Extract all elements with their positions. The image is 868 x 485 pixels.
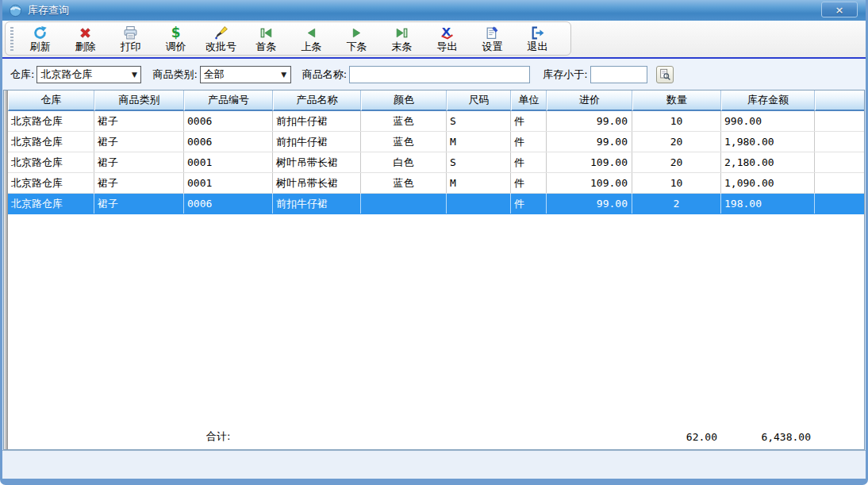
query-button[interactable] [656,66,674,83]
dollar-icon: $ [168,25,183,40]
print-button[interactable]: 打印 [108,23,153,55]
cell-category: 裙子 [94,194,184,214]
toolbar-label: 导出 [437,40,458,52]
table-row[interactable]: 北京路仓库 裙子 0006 前扣牛仔裙 件 99.00 2 198.00 [8,194,864,214]
inventory-table: 仓库 商品类别 产品编号 产品名称 颜色 尺码 单位 进价 数量 库存金额 北京… [3,90,865,450]
cell-unit: 件 [511,194,547,214]
exit-button[interactable]: 退出 [515,23,560,55]
table-row[interactable]: 北京路仓库 裙子 0006 前扣牛仔裙 蓝色 M 件 99.00 20 1,98… [8,132,864,152]
cell-product-name: 前扣牛仔裙 [273,111,361,131]
refresh-button[interactable]: 刷新 [17,23,63,55]
cell-quantity: 2 [632,194,721,214]
cell-amount: 1,090.00 [721,173,815,193]
totals-row: 合计: 62.00 6,438.00 [8,425,864,448]
product-name-label: 商品名称: [302,67,347,82]
cell-filler [815,152,864,172]
col-header-color[interactable]: 颜色 [361,90,447,111]
col-header-price[interactable]: 进价 [547,90,632,111]
product-name-input[interactable] [349,66,530,83]
cell-warehouse: 北京路仓库 [8,173,94,193]
first-record-button[interactable]: 首条 [244,23,289,55]
cell-amount: 2,180.00 [721,152,815,172]
toolbar: 刷新 删除 打印 $ [2,21,866,57]
printer-icon [123,25,138,40]
toolbar-label: 改批号 [205,40,236,52]
col-header-product-no[interactable]: 产品编号 [184,90,273,111]
brush-icon [213,25,229,40]
excel-export-icon: X [440,25,455,40]
cell-quantity: 20 [632,132,721,152]
delete-button[interactable]: 删除 [63,23,108,55]
stock-less-than-input[interactable] [590,66,647,83]
inventory-query-window: 库存查询 × 刷新 删除 [0,0,868,485]
globe-app-icon [9,4,22,17]
cell-product-name: 树叶吊带长裙 [273,152,361,172]
cell-price: 109.00 [547,173,632,193]
warehouse-label: 仓库: [10,67,34,82]
cell-filler [815,194,864,214]
cell-product-no: 0001 [184,173,273,193]
close-button[interactable]: × [821,2,858,17]
cell-warehouse: 北京路仓库 [8,152,94,172]
cell-amount: 990.00 [721,111,815,131]
category-combo[interactable]: 全部 ▼ [200,66,291,83]
delete-icon [78,25,93,40]
window-title: 库存查询 [28,3,69,17]
prev-record-button[interactable]: 上条 [289,23,334,55]
cell-filler [815,132,864,152]
stock-less-than-label: 库存小于: [543,67,587,82]
warehouse-combo[interactable]: 北京路仓库 ▼ [36,66,141,83]
toolbar-label: 下条 [347,40,367,52]
cell-product-no: 0006 [184,111,273,131]
adjust-price-button[interactable]: $ 调价 [153,23,198,55]
cell-amount: 1,980.00 [721,132,815,152]
cell-product-name: 前扣牛仔裙 [273,194,361,214]
export-button[interactable]: X 导出 [424,23,470,55]
cell-warehouse: 北京路仓库 [8,194,94,214]
last-record-button[interactable]: 末条 [379,23,424,55]
table-header-row: 仓库 商品类别 产品编号 产品名称 颜色 尺码 单位 进价 数量 库存金额 [8,90,864,111]
toolbar-grip-handle[interactable] [10,27,13,51]
settings-button[interactable]: 设置 [470,23,515,55]
cell-color: 蓝色 [361,111,447,131]
chevron-down-icon: ▼ [278,71,290,79]
warehouse-combo-value: 北京路仓库 [37,67,128,82]
col-header-category[interactable]: 商品类别 [94,90,184,111]
table-row[interactable]: 北京路仓库 裙子 0001 树叶吊带长裙 白色 S 件 109.00 20 2,… [8,152,864,173]
title-bar: 库存查询 × [2,0,866,21]
col-header-quantity[interactable]: 数量 [632,90,721,111]
cell-warehouse: 北京路仓库 [8,111,94,131]
chevron-down-icon: ▼ [128,71,140,79]
table-row[interactable]: 北京路仓库 裙子 0006 前扣牛仔裙 蓝色 S 件 99.00 10 990.… [8,111,864,132]
cell-color: 蓝色 [361,173,447,193]
col-header-product-name[interactable]: 产品名称 [273,90,361,111]
toolbar-label: 打印 [121,40,141,52]
totals-quantity: 62.00 [632,425,721,448]
col-header-size[interactable]: 尺码 [447,90,511,111]
toolbar-label: 上条 [301,40,322,52]
toolbar-label: 刷新 [30,40,51,52]
table-row[interactable]: 北京路仓库 裙子 0001 树叶吊带长裙 蓝色 M 件 109.00 10 1,… [8,173,864,194]
next-record-button[interactable]: 下条 [334,23,379,55]
cell-unit: 件 [511,132,547,152]
cell-price: 99.00 [547,194,632,214]
svg-text:$: $ [171,25,181,40]
cell-size [447,194,511,214]
toolbar-label: 调价 [166,40,186,52]
totals-amount: 6,438.00 [721,425,815,448]
cell-product-no: 0001 [184,152,273,172]
col-header-filler [815,90,864,111]
totals-label: 合计: [184,425,273,448]
cell-category: 裙子 [94,152,184,172]
change-batch-button[interactable]: 改批号 [198,23,244,55]
next-record-icon [349,25,364,40]
refresh-icon [33,25,48,40]
col-header-unit[interactable]: 单位 [511,90,547,111]
col-header-warehouse[interactable]: 仓库 [8,90,94,111]
cell-price: 99.00 [547,132,632,152]
cell-unit: 件 [511,111,547,131]
cell-quantity: 20 [632,152,721,172]
col-header-amount[interactable]: 库存金额 [721,90,815,111]
exit-door-icon [530,25,545,40]
cell-quantity: 10 [632,111,721,131]
